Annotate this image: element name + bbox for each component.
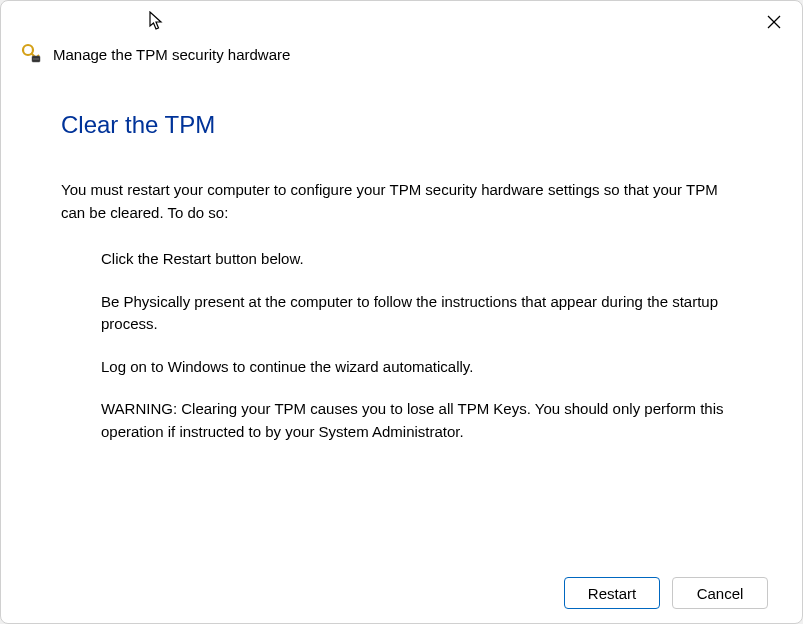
page-title: Clear the TPM — [61, 111, 742, 139]
step-restart: Click the Restart button below. — [101, 248, 742, 271]
close-button[interactable] — [760, 8, 788, 36]
intro-paragraph: You must restart your computer to config… — [61, 179, 742, 224]
svg-point-7 — [35, 58, 36, 59]
restart-button[interactable]: Restart — [564, 577, 660, 609]
steps-list: Click the Restart button below. Be Physi… — [61, 248, 742, 443]
svg-point-6 — [33, 58, 34, 59]
step-logon: Log on to Windows to continue the wizard… — [101, 356, 742, 379]
dialog-content: Clear the TPM You must restart your comp… — [1, 81, 802, 563]
button-bar: Restart Cancel — [1, 563, 802, 623]
dialog-header-text: Manage the TPM security hardware — [53, 46, 290, 63]
dialog-header: Manage the TPM security hardware — [1, 43, 802, 81]
cancel-button[interactable]: Cancel — [672, 577, 768, 609]
svg-point-8 — [37, 58, 38, 59]
tpm-key-icon — [21, 43, 43, 65]
step-physical-presence: Be Physically present at the computer to… — [101, 291, 742, 336]
step-warning: WARNING: Clearing your TPM causes you to… — [101, 398, 742, 443]
close-icon — [767, 15, 781, 29]
tpm-wizard-dialog: Manage the TPM security hardware Clear t… — [0, 0, 803, 624]
titlebar — [1, 1, 802, 43]
